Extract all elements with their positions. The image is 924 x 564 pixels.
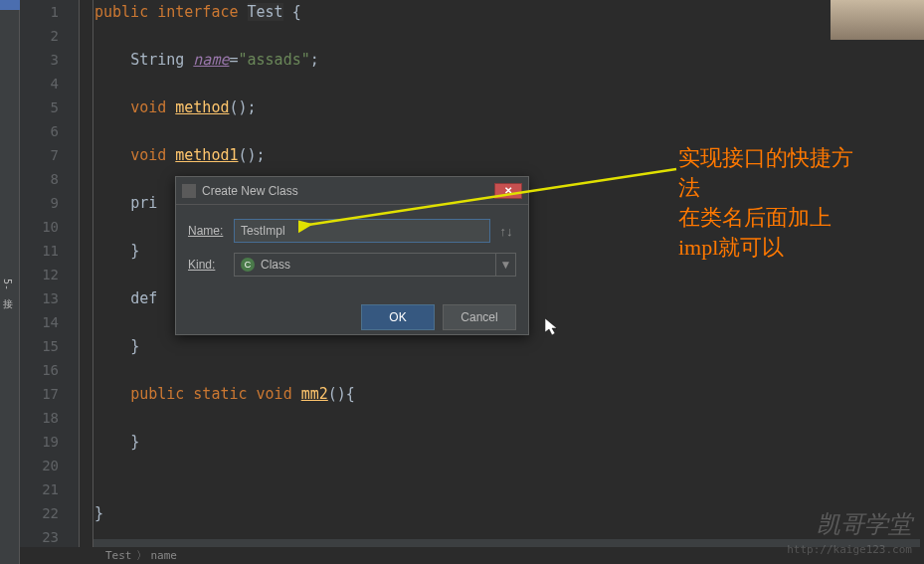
line-num: 14 <box>20 310 79 334</box>
line-num: 16 <box>20 358 79 382</box>
line-num: 22 <box>20 501 79 525</box>
watermark-url: http://kaige123.com <box>787 543 912 556</box>
ok-button[interactable]: OK <box>361 304 435 330</box>
line-num: 20 <box>20 454 79 477</box>
left-tab-label[interactable]: 5-接 <box>0 279 14 290</box>
sort-icon[interactable]: ↑↓ <box>496 224 516 239</box>
line-num: 3 <box>20 48 79 72</box>
kind-select[interactable]: C Class ▼ <box>234 253 516 277</box>
line-num: 2 <box>20 24 79 48</box>
kind-value: Class <box>261 258 290 272</box>
line-gutter: 1 2 3 4 5 6 7 8 9 10 11 12 13 14 15 16 1… <box>20 0 80 547</box>
class-icon: C <box>241 258 255 272</box>
watermark-text: 凯哥学堂 <box>817 508 912 540</box>
line-num: 1 <box>20 0 79 24</box>
line-num: 10 <box>20 215 79 239</box>
method-name: method1 <box>175 146 238 164</box>
intellij-icon <box>182 184 196 198</box>
left-strip-highlight <box>0 0 20 10</box>
line-num: 13 <box>20 286 79 310</box>
type-name: Test <box>248 3 283 21</box>
kw-public: public <box>94 3 148 21</box>
mouse-cursor-icon <box>545 318 559 340</box>
method-name: mm2 <box>301 385 328 403</box>
method-name: method <box>175 98 229 116</box>
line-num: 6 <box>20 119 79 143</box>
create-new-class-dialog: Create New Class ✕ Name: ↑↓ Kind: C Clas… <box>175 176 529 335</box>
dialog-title: Create New Class <box>202 184 298 198</box>
line-num: 18 <box>20 406 79 430</box>
line-num: 8 <box>20 167 79 191</box>
line-num: 12 <box>20 263 79 286</box>
line-num: 15 <box>20 334 79 358</box>
line-num: 19 <box>20 430 79 454</box>
line-num: 5 <box>20 95 79 119</box>
string-literal: "assads" <box>239 51 310 69</box>
name-label: Name: <box>188 224 234 238</box>
svg-marker-2 <box>545 318 557 335</box>
line-num: 4 <box>20 72 79 95</box>
fold-column <box>80 0 93 547</box>
line-num: 9 <box>20 191 79 215</box>
line-num: 17 <box>20 382 79 406</box>
name-input[interactable] <box>234 219 490 243</box>
line-num: 7 <box>20 143 79 167</box>
cancel-button[interactable]: Cancel <box>443 304 516 330</box>
kw-interface: interface <box>157 3 238 21</box>
line-num: 21 <box>20 477 79 501</box>
annotation-text: 实现接口的快捷方 法 在类名后面加上 impl就可以 <box>678 143 853 263</box>
chevron-down-icon: ▼ <box>495 254 515 276</box>
close-button[interactable]: ✕ <box>494 183 522 199</box>
brace: { <box>283 3 301 21</box>
field-name: name <box>193 51 229 69</box>
kind-label: Kind: <box>188 258 234 272</box>
webcam-overlay <box>831 0 924 40</box>
breadcrumb[interactable]: Test 〉 name <box>105 546 177 564</box>
dialog-titlebar[interactable]: Create New Class ✕ <box>176 177 528 205</box>
line-num: 11 <box>20 239 79 263</box>
line-num: 23 <box>20 525 79 549</box>
type: String <box>130 51 193 69</box>
